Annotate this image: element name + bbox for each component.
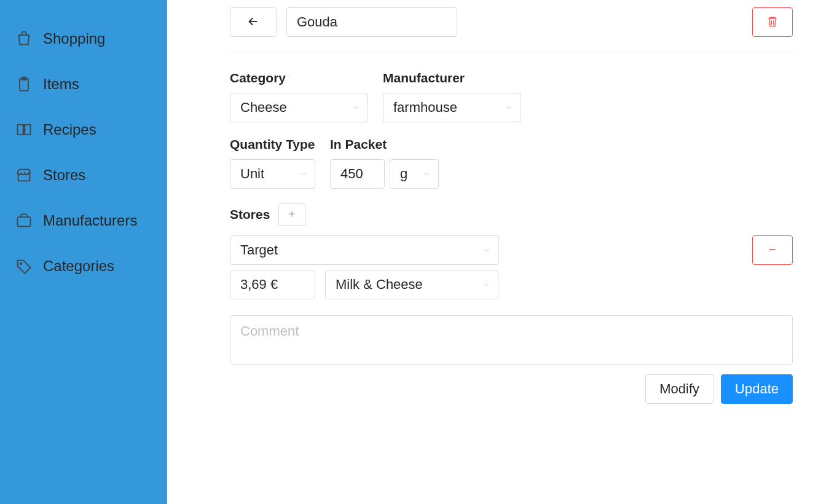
quantity-type-value: Unit bbox=[240, 166, 264, 182]
chevron-down-icon bbox=[482, 242, 491, 258]
sidebar-item-stores[interactable]: Stores bbox=[0, 152, 167, 198]
manufacturer-select[interactable]: farmhouse bbox=[383, 93, 521, 122]
svg-point-3 bbox=[20, 263, 22, 265]
category-label: Category bbox=[230, 71, 368, 85]
shopping-bag-icon bbox=[15, 30, 33, 48]
header-row bbox=[230, 7, 793, 52]
in-packet-input[interactable] bbox=[330, 159, 385, 189]
main-content: Category Cheese Manufacturer farmhouse bbox=[167, 0, 837, 504]
quantity-type-label: Quantity Type bbox=[230, 137, 315, 152]
svg-rect-2 bbox=[18, 217, 31, 226]
sidebar-item-shopping[interactable]: Shopping bbox=[0, 16, 167, 61]
store-value: Target bbox=[240, 242, 278, 258]
add-store-button[interactable] bbox=[278, 203, 305, 226]
chevron-down-icon bbox=[505, 100, 513, 116]
plus-icon bbox=[287, 209, 297, 221]
category-select[interactable]: Cheese bbox=[230, 93, 368, 122]
sidebar-item-label: Shopping bbox=[43, 30, 105, 47]
sidebar-item-label: Items bbox=[43, 76, 79, 93]
store-section-select[interactable]: Milk & Cheese bbox=[325, 270, 498, 299]
category-value: Cheese bbox=[240, 100, 287, 116]
category-field: Category Cheese bbox=[230, 71, 368, 122]
store-row: Target Milk & Cheese bbox=[230, 235, 793, 299]
sidebar-item-label: Manufacturers bbox=[43, 212, 137, 229]
in-packet-unit-value: g bbox=[400, 166, 407, 182]
modify-button[interactable]: Modify bbox=[645, 374, 713, 404]
sidebar: Shopping Items Recipes Stores Manufactur… bbox=[0, 0, 167, 504]
book-icon bbox=[15, 120, 33, 139]
remove-store-button[interactable] bbox=[752, 235, 793, 265]
item-form: Category Cheese Manufacturer farmhouse bbox=[230, 52, 793, 404]
form-actions: Modify Update bbox=[230, 374, 793, 404]
sidebar-item-recipes[interactable]: Recipes bbox=[0, 107, 167, 152]
sidebar-item-label: Stores bbox=[43, 167, 85, 184]
arrow-left-icon bbox=[246, 15, 260, 30]
stores-label: Stores bbox=[230, 207, 270, 222]
manufacturer-label: Manufacturer bbox=[383, 71, 521, 85]
sidebar-item-manufacturers[interactable]: Manufacturers bbox=[0, 198, 167, 243]
sidebar-item-label: Categories bbox=[43, 258, 114, 275]
in-packet-field: In Packet g bbox=[330, 137, 439, 189]
chevron-down-icon bbox=[299, 166, 307, 182]
trash-icon bbox=[766, 15, 779, 30]
chevron-down-icon bbox=[352, 100, 360, 116]
store-icon bbox=[15, 166, 33, 184]
store-select[interactable]: Target bbox=[230, 235, 499, 265]
chevron-down-icon bbox=[422, 166, 431, 182]
update-button[interactable]: Update bbox=[721, 374, 793, 404]
manufacturer-value: farmhouse bbox=[393, 100, 457, 116]
briefcase-icon bbox=[15, 211, 33, 230]
tag-icon bbox=[15, 257, 33, 275]
delete-button[interactable] bbox=[752, 7, 793, 37]
store-section-value: Milk & Cheese bbox=[336, 277, 423, 293]
item-name-input[interactable] bbox=[286, 7, 457, 37]
back-button[interactable] bbox=[230, 7, 277, 37]
sidebar-item-categories[interactable]: Categories bbox=[0, 243, 167, 289]
comment-textarea[interactable] bbox=[230, 315, 793, 364]
sidebar-item-label: Recipes bbox=[43, 121, 96, 138]
stores-header: Stores bbox=[230, 203, 793, 226]
quantity-type-field: Quantity Type Unit bbox=[230, 137, 315, 189]
chevron-down-icon bbox=[482, 277, 490, 293]
manufacturer-field: Manufacturer farmhouse bbox=[383, 71, 521, 122]
minus-icon bbox=[767, 244, 778, 257]
clipboard-icon bbox=[15, 75, 33, 93]
quantity-type-select[interactable]: Unit bbox=[230, 159, 315, 189]
in-packet-unit-select[interactable]: g bbox=[390, 159, 439, 189]
in-packet-label: In Packet bbox=[330, 137, 439, 152]
store-price-input[interactable] bbox=[230, 270, 315, 299]
sidebar-item-items[interactable]: Items bbox=[0, 61, 167, 107]
